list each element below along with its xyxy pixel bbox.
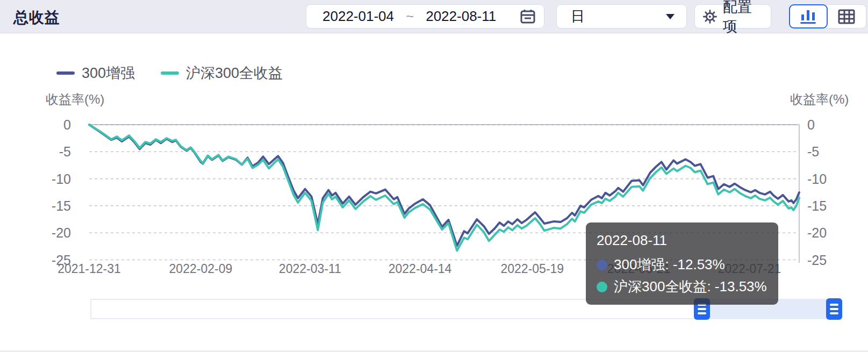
legend-item-1[interactable]: 沪深300全收益 [161,63,283,83]
legend-item-0[interactable]: 300增强 [56,63,135,83]
y-axis-tick-label: -5 [30,143,71,160]
legend-swatch [56,71,75,75]
bar-chart-icon [799,8,818,25]
page-title: 总收益 [13,8,60,28]
chart-legend: 300增强沪深300全收益 [56,63,283,83]
tooltip-row-1: 沪深300全收益: -13.53% [597,277,767,296]
gear-icon [702,9,718,25]
period-select-value: 日 [571,7,666,26]
table-icon [837,9,856,25]
calendar-icon[interactable] [519,8,536,25]
y-axis-tick-label: -10 [30,171,71,187]
datazoom-right-handle[interactable] [826,298,842,320]
tooltip-row-text: 沪深300全收益: -13.53% [614,277,767,296]
legend-swatch [161,71,179,75]
toolbar: 总收益 2022-01-04 ~ 2022-08-11 日 [0,0,868,33]
y-axis-tick-label: -15 [807,198,827,214]
config-button[interactable]: 配置项 [694,4,771,28]
legend-label: 300增强 [82,63,135,83]
y-axis-tick-label: -25 [807,252,827,268]
date-start-value[interactable]: 2022-01-04 [322,8,394,25]
date-range-picker[interactable]: 2022-01-04 ~ 2022-08-11 [306,4,544,28]
series-dot-icon [597,282,607,292]
series-dot-icon [597,260,607,270]
date-range-separator: ~ [406,8,414,25]
chart-view-button[interactable] [789,4,828,28]
config-button-label: 配置项 [723,0,763,36]
y-axis-tick-label: -5 [807,143,819,160]
view-toggle [789,4,866,28]
y-axis-title-right: 收益率(%) [790,91,849,108]
period-select[interactable]: 日 [556,4,687,28]
date-end-value[interactable]: 2022-08-11 [426,8,496,25]
y-axis-title-left: 收益率(%) [46,91,104,108]
tooltip-date: 2022-08-11 [597,232,767,249]
y-axis-tick-label: 0 [30,117,71,133]
chevron-down-icon [666,14,675,19]
tooltip-row-text: 300增强: -12.53% [614,255,725,274]
y-axis-tick-label: -20 [807,225,827,241]
tooltip-row-0: 300增强: -12.53% [597,255,767,274]
legend-label: 沪深300全收益 [186,63,283,83]
y-axis-tick-label: -15 [30,198,71,214]
chart-tooltip: 2022-08-11 300增强: -12.53%沪深300全收益: -13.5… [586,222,778,305]
table-view-button[interactable] [828,4,866,28]
total-return-chart-panel: 总收益 2022-01-04 ~ 2022-08-11 日 [0,0,868,352]
y-axis-tick-label: -20 [30,225,71,241]
y-axis-tick-label: -10 [807,171,827,187]
y-axis-tick-label: 0 [807,117,815,133]
